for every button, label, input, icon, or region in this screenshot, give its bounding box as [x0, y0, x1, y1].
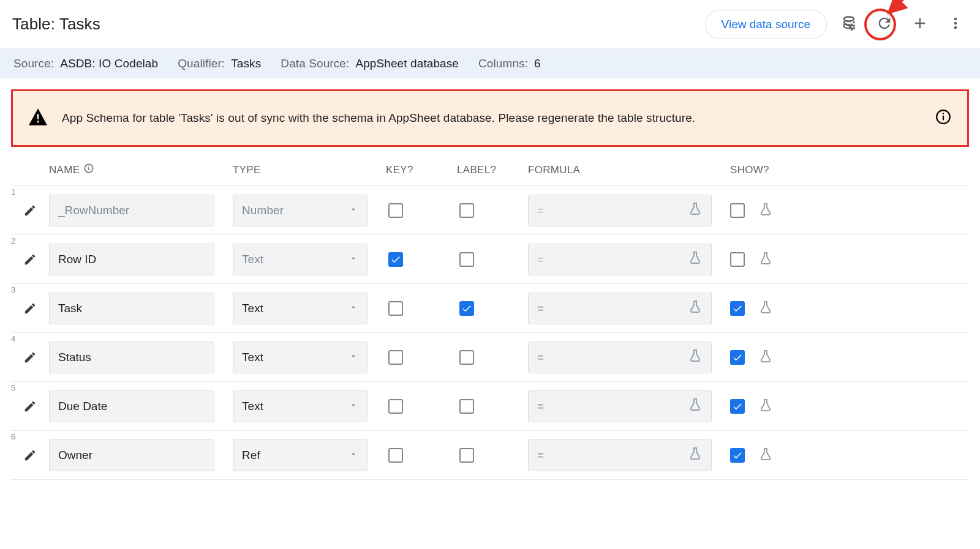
- warning-banner: App Schema for table 'Tasks' is out of s…: [11, 89, 969, 147]
- edit-column-button[interactable]: [11, 449, 49, 462]
- key-checkbox[interactable]: [388, 252, 403, 267]
- column-type-select[interactable]: Ref: [233, 439, 368, 471]
- label-checkbox[interactable]: [459, 252, 474, 267]
- show-formula-button[interactable]: [758, 300, 773, 317]
- show-checkbox[interactable]: [730, 448, 745, 463]
- edit-column-button[interactable]: [11, 351, 49, 364]
- more-vert-icon: [947, 15, 964, 34]
- row-index: 2: [11, 236, 15, 245]
- formula-value: =: [537, 204, 544, 217]
- column-type-value: Ref: [242, 449, 260, 462]
- columns-label: Columns:: [478, 57, 528, 70]
- formula-input[interactable]: =: [528, 244, 712, 275]
- more-options-button[interactable]: [942, 11, 969, 38]
- formula-input[interactable]: =: [528, 390, 712, 422]
- column-name-input[interactable]: [49, 244, 214, 275]
- warning-icon: [29, 108, 47, 128]
- key-checkbox[interactable]: [388, 203, 403, 218]
- formula-value: =: [537, 253, 544, 266]
- column-name-input[interactable]: [49, 342, 214, 373]
- svg-rect-5: [943, 113, 944, 114]
- datasource-value: AppSheet database: [355, 57, 459, 70]
- add-button[interactable]: [907, 11, 933, 38]
- label-checkbox[interactable]: [459, 301, 474, 316]
- edit-column-button[interactable]: [11, 253, 49, 266]
- header-key: KEY?: [386, 164, 457, 176]
- formula-input[interactable]: =: [528, 195, 712, 226]
- formula-input[interactable]: =: [528, 439, 712, 471]
- chevron-down-icon: [349, 351, 358, 364]
- column-type-value: Text: [242, 253, 263, 266]
- chevron-down-icon: [349, 253, 358, 266]
- columns-value: 6: [534, 57, 541, 70]
- svg-rect-7: [89, 168, 90, 171]
- regenerate-button[interactable]: [871, 11, 898, 38]
- column-name-input[interactable]: [49, 390, 214, 422]
- show-formula-button[interactable]: [758, 447, 773, 464]
- formula-value: =: [537, 449, 544, 462]
- label-checkbox[interactable]: [459, 399, 474, 414]
- column-type-value: Number: [242, 204, 284, 217]
- formula-value: =: [537, 400, 544, 413]
- source-value: ASDB: IO Codelab: [60, 57, 158, 70]
- qualifier-value: Tasks: [231, 57, 261, 70]
- warning-message: App Schema for table 'Tasks' is out of s…: [62, 111, 921, 125]
- show-checkbox[interactable]: [730, 350, 745, 365]
- column-type-select[interactable]: Text: [233, 244, 368, 275]
- label-checkbox[interactable]: [459, 203, 474, 218]
- key-checkbox[interactable]: [388, 350, 403, 365]
- page-title: Table: Tasks: [12, 15, 100, 34]
- view-data-source-button[interactable]: View data source: [705, 10, 827, 39]
- column-name-input[interactable]: [49, 195, 214, 226]
- column-type-select[interactable]: Number: [233, 195, 368, 226]
- key-checkbox[interactable]: [388, 399, 403, 414]
- column-type-value: Text: [242, 351, 263, 364]
- show-checkbox[interactable]: [730, 252, 745, 267]
- qualifier-label: Qualifier:: [178, 57, 225, 70]
- show-checkbox[interactable]: [730, 301, 745, 316]
- datasource-label: Data Source:: [281, 57, 349, 70]
- show-formula-button[interactable]: [758, 398, 773, 415]
- show-formula-button[interactable]: [758, 349, 773, 366]
- chevron-down-icon: [349, 400, 358, 413]
- warning-info-button[interactable]: [935, 109, 951, 127]
- formula-input[interactable]: =: [528, 293, 712, 324]
- table-row: 4 Text =: [11, 333, 969, 382]
- column-name-input[interactable]: [49, 439, 214, 471]
- show-checkbox[interactable]: [730, 203, 745, 218]
- table-row: 6 Ref =: [11, 431, 969, 480]
- chevron-down-icon: [349, 449, 358, 462]
- row-index: 4: [11, 334, 15, 343]
- flask-icon: [688, 201, 703, 219]
- table-row: 2 Text =: [11, 235, 969, 284]
- show-formula-button[interactable]: [758, 251, 773, 268]
- show-formula-button[interactable]: [758, 202, 773, 219]
- formula-value: =: [537, 302, 544, 315]
- plus-icon: [911, 15, 929, 34]
- label-checkbox[interactable]: [459, 448, 474, 463]
- key-checkbox[interactable]: [388, 301, 403, 316]
- table-row: 5 Text =: [11, 382, 969, 431]
- svg-line-0: [891, 0, 909, 11]
- key-checkbox[interactable]: [388, 448, 403, 463]
- column-type-select[interactable]: Text: [233, 390, 368, 422]
- chevron-down-icon: [349, 204, 358, 217]
- formula-input[interactable]: =: [528, 342, 712, 373]
- table-row: 1 Number =: [11, 186, 969, 235]
- edit-column-button[interactable]: [11, 400, 49, 413]
- column-type-value: Text: [242, 400, 263, 413]
- column-name-input[interactable]: [49, 293, 214, 324]
- column-type-select[interactable]: Text: [233, 342, 368, 373]
- column-type-select[interactable]: Text: [233, 293, 368, 324]
- data-settings-button[interactable]: [835, 11, 862, 38]
- edit-column-button[interactable]: [11, 302, 49, 315]
- edit-column-button[interactable]: [11, 204, 49, 217]
- header-name-label: NAME: [49, 164, 80, 176]
- label-checkbox[interactable]: [459, 350, 474, 365]
- database-gear-icon: [840, 15, 858, 34]
- show-checkbox[interactable]: [730, 399, 745, 414]
- title-bar: Table: Tasks View data source: [0, 0, 980, 49]
- svg-rect-4: [943, 116, 944, 121]
- formula-value: =: [537, 351, 544, 364]
- flask-icon: [688, 348, 703, 366]
